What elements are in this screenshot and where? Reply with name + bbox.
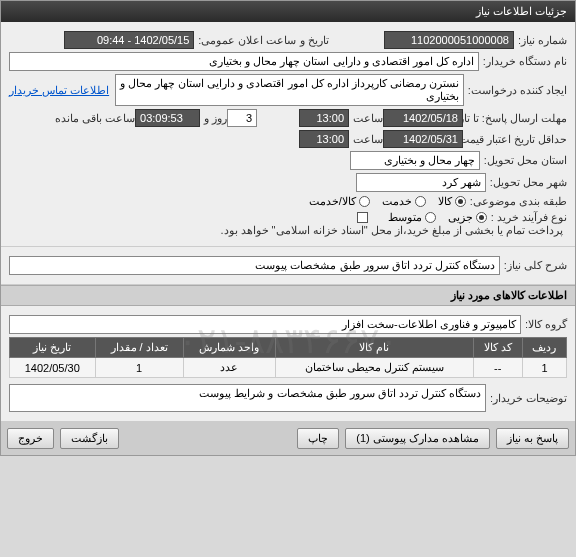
- days-and-label: روز و: [204, 112, 227, 125]
- remain-label: ساعت باقی مانده: [55, 112, 135, 125]
- contact-link[interactable]: اطلاعات تماس خریدار: [9, 84, 109, 97]
- validity-date-field: 1402/05/31: [383, 130, 463, 148]
- need-no-field: 1102000051000008: [384, 31, 514, 49]
- buyer-name-field: اداره کل امور اقتصادی و دارایی استان چها…: [9, 52, 479, 71]
- exit-button[interactable]: خروج: [7, 428, 54, 449]
- table-row[interactable]: 1 -- سیستم کنترل محیطی ساختمان عدد 1 140…: [10, 358, 567, 378]
- window-title: جزئیات اطلاعات نیاز: [1, 1, 575, 22]
- respond-button[interactable]: پاسخ به نیاز: [496, 428, 569, 449]
- treasury-checkbox[interactable]: [357, 212, 368, 223]
- col-qty: تعداد / مقدار: [95, 338, 183, 358]
- validity-time-field: 13:00: [299, 130, 349, 148]
- radio-jozi[interactable]: [476, 212, 487, 223]
- countdown-field: 03:09:53: [135, 109, 200, 127]
- deadline-time-field: 13:00: [299, 109, 349, 127]
- deadline-date-field: 1402/05/18: [383, 109, 463, 127]
- print-button[interactable]: چاپ: [297, 428, 339, 449]
- announce-dt-field: 1402/05/15 - 09:44: [64, 31, 194, 49]
- city-label: شهر محل تحویل:: [490, 176, 567, 189]
- need-desc-field: دستگاه کنترل تردد اتاق سرور طبق مشخصات پ…: [9, 256, 500, 275]
- radio-khedmat[interactable]: [415, 196, 426, 207]
- days-field: 3: [227, 109, 257, 127]
- goods-table: ردیف کد کالا نام کالا واحد شمارش تعداد /…: [9, 337, 567, 378]
- validity-label: حداقل تاریخ اعتبار قیمت: تا تاریخ:: [467, 133, 567, 146]
- buyer-notes-label: توضیحات خریدار:: [490, 392, 567, 405]
- buyer-notes-field: دستگاه کنترل تردد اتاق سرور طبق مشخصات و…: [9, 384, 486, 412]
- buy-type-label: نوع فرآیند خرید :: [491, 211, 567, 224]
- col-name: نام کالا: [275, 338, 473, 358]
- creator-field: نسترن رمضانی کارپرداز اداره کل امور اقتص…: [115, 74, 464, 106]
- need-desc-label: شرح کلی نیاز:: [504, 259, 567, 272]
- radio-kala[interactable]: [455, 196, 466, 207]
- col-unit: واحد شمارش: [183, 338, 275, 358]
- city-field: شهر کرد: [356, 173, 486, 192]
- footer-bar: پاسخ به نیاز مشاهده مدارک پیوستی (1) چاپ…: [1, 422, 575, 455]
- province-field: چهار محال و بختیاری: [350, 151, 480, 170]
- announce-dt-label: تاریخ و ساعت اعلان عمومی:: [198, 34, 328, 47]
- deadline-label: مهلت ارسال پاسخ: تا تاریخ:: [467, 112, 567, 125]
- radio-kala-khedmat[interactable]: [359, 196, 370, 207]
- col-date: تاریخ نیاز: [10, 338, 96, 358]
- buy-type-radios: جزیی متوسط: [388, 211, 487, 224]
- time-label-2: ساعت: [353, 133, 383, 146]
- attachments-button[interactable]: مشاهده مدارک پیوستی (1): [345, 428, 490, 449]
- creator-label: ایجاد کننده درخواست:: [468, 84, 567, 97]
- buyer-name-label: نام دستگاه خریدار:: [483, 55, 567, 68]
- goods-group-field: کامپیوتر و فناوری اطلاعات-سخت افزار: [9, 315, 521, 334]
- back-button[interactable]: بازگشت: [60, 428, 119, 449]
- province-label: استان محل تحویل:: [484, 154, 567, 167]
- subject-cat-radios: کالا خدمت کالا/خدمت: [309, 195, 466, 208]
- goods-section-title: اطلاعات کالاهای مورد نیاز: [1, 285, 575, 306]
- col-row: ردیف: [522, 338, 566, 358]
- goods-group-label: گروه کالا:: [525, 318, 567, 331]
- radio-motavaset[interactable]: [425, 212, 436, 223]
- time-label-1: ساعت: [353, 112, 383, 125]
- subject-cat-label: طبقه بندی موضوعی:: [470, 195, 567, 208]
- pay-note-label: پرداخت تمام یا بخشی از مبلغ خرید،از محل …: [220, 224, 563, 237]
- col-code: کد کالا: [473, 338, 522, 358]
- need-no-label: شماره نیاز:: [518, 34, 567, 47]
